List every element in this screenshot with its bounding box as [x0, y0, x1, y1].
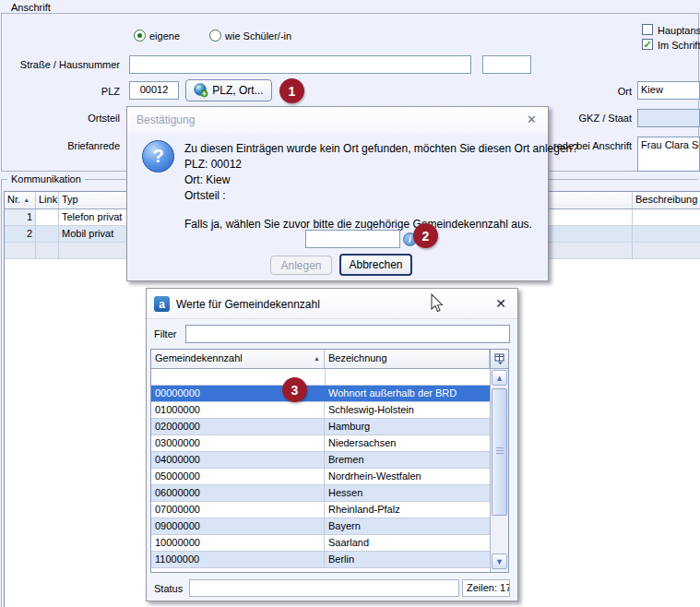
table-row[interactable]: 04000000Bremen — [151, 452, 492, 469]
sort-asc-icon: ▲ — [314, 355, 320, 362]
radio-wie-schueler[interactable] — [209, 30, 221, 42]
table-row[interactable]: 09000000Bayern — [151, 518, 492, 535]
filter-label: Filter — [154, 328, 176, 339]
cell-bezeichnung: Bayern — [325, 518, 492, 534]
status-label: Status — [154, 583, 183, 594]
cell-gemeindekennzahl: 11000000 — [151, 552, 325, 567]
table-row[interactable]: 06000000Hessen — [151, 485, 492, 502]
column-header-nr[interactable]: Nr. ▲ — [5, 192, 36, 208]
application-window: Anschrift eigene wie Schüler/-in Hauptan… — [0, 0, 700, 607]
dialog-message-hint: Falls ja, wählen Sie zuvor bitte die zug… — [184, 218, 532, 231]
dialog-message-ortsteil: Ortsteil : — [184, 189, 226, 202]
werte-dialog: a Werte für Gemeindekennzahl ✕ Filter Ge… — [146, 288, 518, 601]
plz-ort-button-label: PLZ, Ort... — [212, 84, 263, 97]
cell-nr: 1 — [5, 209, 36, 225]
zeilen-count: Zeilen: 17 — [462, 579, 510, 597]
hauptansprechpartner-checkbox[interactable] — [642, 24, 653, 35]
cell-gemeindekennzahl: 02000000 — [151, 419, 325, 434]
bestaetigung-dialog: Bestätigung ✕ ? Zu diesen Einträgen wurd… — [126, 106, 549, 281]
dialog-titlebar[interactable]: Bestätigung ✕ — [127, 107, 548, 133]
annotation-badge-3: 3 — [282, 377, 307, 402]
briefanrede-label: Briefanrede — [0, 140, 120, 151]
cell-gemeindekennzahl: 06000000 — [151, 485, 325, 501]
cell-bezeichnung: Hessen — [325, 485, 492, 501]
radio-eigene-label[interactable]: eigene — [149, 30, 180, 42]
dialog-message-line1: Zu diesen Einträgen wurde kein Ort gefun… — [184, 142, 578, 155]
gemeinde-table-header: Gemeindekennzahl ▲ Bezeichnung — [151, 350, 508, 369]
column-header-bezeichnung[interactable]: Bezeichnung — [325, 350, 490, 368]
app-icon: a — [154, 296, 170, 312]
filter-input[interactable] — [185, 325, 510, 343]
cell-bezeichnung: Wohnort außerhalb der BRD — [325, 386, 492, 401]
annotation-badge-1: 1 — [279, 78, 304, 103]
cell-bezeichnung: Rheinland-Pfalz — [325, 502, 492, 518]
cell-gemeindekennzahl: 07000000 — [151, 502, 325, 518]
cell-gemeindekennzahl: 04000000 — [151, 452, 325, 468]
cell-nr: 2 — [5, 226, 36, 242]
table-row[interactable]: 05000000Nordrhein-Westfalen — [151, 469, 492, 485]
cell-beschreibung — [633, 226, 700, 242]
status-field — [189, 579, 459, 597]
column-header-gemeindekennzahl[interactable]: Gemeindekennzahl ▲ — [151, 350, 325, 368]
table-row[interactable]: 03000000Niedersachsen — [151, 435, 492, 452]
column-picker-button[interactable] — [490, 350, 508, 368]
im-schriftverkehr-checkbox[interactable]: ✓ — [642, 39, 653, 50]
radio-eigene[interactable] — [134, 30, 146, 42]
abbrechen-button[interactable]: Abbrechen — [339, 254, 412, 276]
radio-wie-schueler-label[interactable]: wie Schüler/-in — [225, 30, 291, 42]
scroll-thumb[interactable] — [492, 388, 507, 516]
cell-nr — [5, 243, 36, 258]
im-schriftverkehr-label: Im Schrift — [658, 40, 700, 51]
vertical-scrollbar[interactable]: ▲ ▼ — [490, 369, 508, 572]
cell-bezeichnung: Niedersachsen — [325, 435, 492, 451]
gkz-staat-label: GKZ / Staat — [553, 113, 632, 124]
hauptansprechpartner-label: Hauptansp — [658, 25, 700, 36]
anlegen-button[interactable]: Anlegen — [270, 256, 332, 275]
column-header-beschreibung[interactable]: Beschreibung — [633, 192, 700, 208]
ortsteil-label: Ortsteil — [0, 113, 120, 124]
close-icon[interactable]: ✕ — [495, 296, 506, 311]
cell-gemeindekennzahl: 03000000 — [151, 435, 325, 451]
ort-input[interactable]: Kiew — [637, 81, 700, 100]
column-header-link[interactable]: Link — [36, 192, 59, 208]
mouse-cursor — [430, 293, 445, 314]
table-row[interactable]: 01000000Schleswig-Holstein — [151, 402, 492, 419]
question-icon: ? — [142, 140, 174, 173]
globe-add-icon — [194, 83, 208, 98]
table-row[interactable]: 02000000Hamburg — [151, 419, 492, 435]
dialog-message-plz: PLZ: 00012 — [184, 158, 242, 171]
cell-beschreibung — [633, 209, 700, 225]
scroll-down-button[interactable]: ▼ — [492, 553, 507, 569]
plz-input[interactable]: 00012 — [129, 81, 179, 100]
check-icon: ✓ — [643, 39, 651, 50]
strasse-input[interactable] — [129, 55, 471, 74]
plz-ort-button[interactable]: PLZ, Ort... — [185, 79, 272, 101]
cell-bezeichnung: Berlin — [325, 552, 492, 567]
cell-gemeindekennzahl: 01000000 — [151, 402, 325, 418]
cell-bezeichnung: Bremen — [325, 452, 492, 468]
cell-link — [36, 243, 59, 258]
table-row[interactable]: 07000000Rheinland-Pfalz — [151, 502, 492, 518]
dialog-message-ort: Ort: Kiew — [184, 173, 230, 186]
cell-gemeindekennzahl: 10000000 — [151, 535, 325, 551]
kommunikation-group-label: Kommunikation — [7, 173, 85, 184]
cell-bezeichnung: Schleswig-Holstein — [325, 402, 492, 418]
table-row[interactable]: 10000000Saarland — [151, 535, 492, 552]
dialog-titlebar[interactable]: a Werte für Gemeindekennzahl ✕ — [147, 289, 517, 319]
annotation-badge-2: 2 — [413, 223, 438, 248]
gkz-staat-input[interactable] — [637, 109, 700, 127]
cell-beschreibung — [633, 243, 700, 258]
column-divider — [325, 369, 326, 385]
anrede-bei-anschrift-input[interactable]: Frau Clara Sc — [637, 137, 700, 172]
ort-label: Ort — [553, 86, 632, 97]
strasse-label: Straße / Hausnummer — [0, 59, 120, 70]
scroll-up-button[interactable]: ▲ — [492, 370, 507, 386]
thumb-grip — [496, 447, 504, 448]
table-row[interactable]: 11000000Berlin — [151, 552, 492, 568]
hausnummer-input[interactable] — [482, 55, 531, 74]
table-row[interactable]: 00000000Wohnort außerhalb der BRD — [151, 386, 492, 402]
gemeindekennzahl-input[interactable] — [305, 230, 400, 248]
close-icon[interactable]: ✕ — [527, 113, 537, 126]
gemeinde-filter-row[interactable] — [151, 369, 492, 386]
cell-link — [36, 226, 59, 242]
